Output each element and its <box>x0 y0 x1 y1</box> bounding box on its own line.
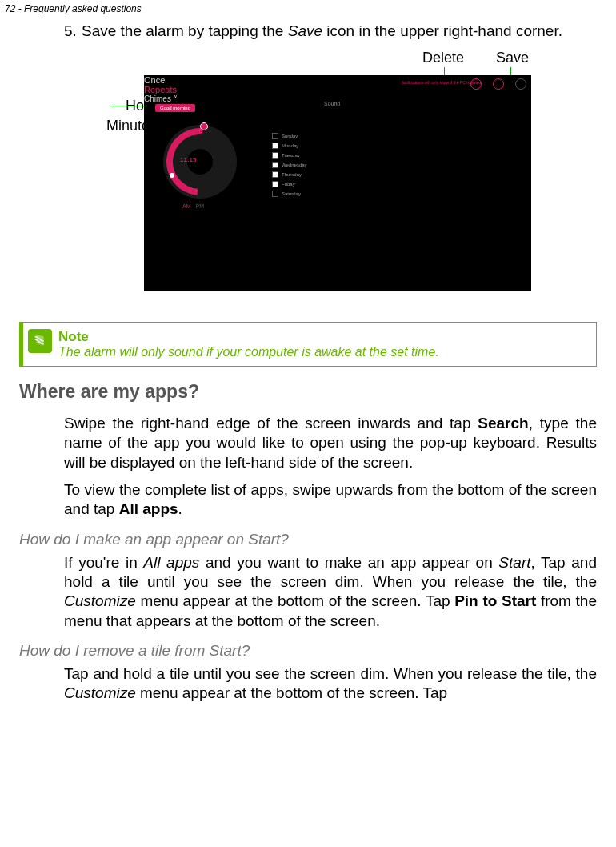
minute-handle-icon[interactable] <box>170 173 174 178</box>
delete-icon[interactable] <box>470 78 482 90</box>
paragraph: Swipe the right-hand edge of the screen … <box>64 414 597 472</box>
note-icon <box>28 329 52 353</box>
day-item[interactable]: Sunday <box>282 131 298 141</box>
alarm-screenshot: Notifications will only show if the PC i… <box>144 75 531 291</box>
day-item[interactable]: Thursday <box>282 170 302 179</box>
page-header: 72 - Frequently asked questions <box>0 0 616 14</box>
step-number: 5. <box>64 22 82 40</box>
am-toggle[interactable]: AM <box>182 203 191 209</box>
sound-header: Sound <box>324 101 340 106</box>
pm-toggle[interactable]: PM <box>196 203 205 209</box>
day-list: Sunday Monday Tuesday Wednesday Thursday… <box>272 131 307 199</box>
dial-time: 11:15 <box>180 156 196 163</box>
note-text: The alarm will only sound if your comput… <box>58 345 439 359</box>
note-title: Note <box>58 329 439 345</box>
day-item[interactable]: Saturday <box>282 189 301 199</box>
heading-remove-tile: How do I remove a tile from Start? <box>19 642 597 660</box>
menu-icon[interactable] <box>515 78 526 90</box>
callout-save: Save <box>496 50 529 66</box>
hour-handle-icon[interactable] <box>200 122 208 130</box>
heading-pin-start: How do I make an app appear on Start? <box>19 531 597 548</box>
step-text-save: Save <box>288 22 322 39</box>
step-text: Save the alarm by tapping the Save icon … <box>82 22 562 40</box>
paragraph: To view the complete list of apps, swipe… <box>64 480 597 520</box>
day-item[interactable]: Tuesday <box>282 151 300 160</box>
day-item[interactable]: Wednesday <box>282 160 307 170</box>
step-text-post: icon in the upper right-hand corner. <box>322 22 562 39</box>
day-item[interactable]: Friday <box>282 179 295 189</box>
note-box: Note The alarm will only sound if your c… <box>19 322 597 367</box>
paragraph: Tap and hold a tile until you see the sc… <box>64 664 597 704</box>
callout-delete: Delete <box>422 50 464 66</box>
paragraph: If you're in All apps and you want to ma… <box>64 553 597 631</box>
save-icon[interactable] <box>493 78 504 90</box>
heading-where-apps: Where are my apps? <box>19 381 597 403</box>
time-dial[interactable]: 11:15 <box>163 125 237 199</box>
day-item[interactable]: Monday <box>282 141 298 151</box>
alarm-name-tag[interactable]: Good morning <box>155 104 195 112</box>
step-text-pre: Save the alarm by tapping the <box>82 22 288 39</box>
figure: Delete Save Hour Minutes Notifications w… <box>64 50 597 306</box>
